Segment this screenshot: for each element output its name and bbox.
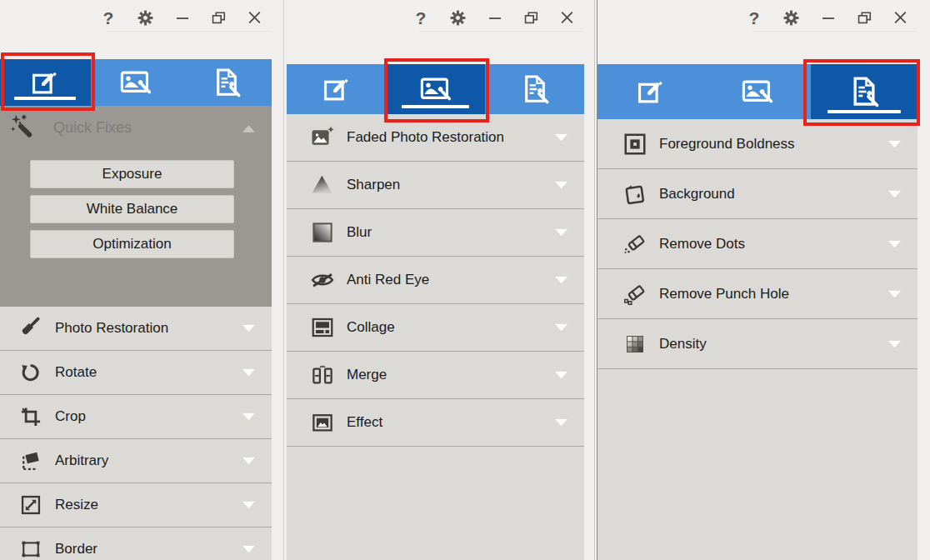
quick-fixes-header[interactable]: Quick Fixes [0,106,272,149]
help-icon: ? [416,9,427,27]
photo-tools-list: Faded Photo Restoration Sharpen Blur Ant… [287,114,584,560]
item-anti-red-eye[interactable]: Anti Red Eye [287,257,584,304]
tool-tabbar [287,64,584,114]
item-label: Photo Restoration [55,320,168,337]
titlebar-buttons: ? [746,5,908,30]
photo-restoration-wand-icon [118,67,154,98]
tab-document-restoration[interactable] [181,59,272,106]
tab-edit[interactable] [0,59,91,106]
chevron-down-icon [888,240,901,248]
item-sharpen[interactable]: Sharpen [287,162,584,209]
minimize-button[interactable] [174,6,191,29]
chevron-down-icon [888,290,901,298]
item-crop[interactable]: Crop [0,395,272,439]
chevron-down-icon [242,502,255,509]
tab-photo-restoration[interactable] [91,59,182,106]
blur-square-icon [310,220,335,245]
minimize-button[interactable] [487,6,503,29]
item-rotate[interactable]: Rotate [0,351,272,395]
help-button[interactable]: ? [746,6,762,29]
tool-tabbar [598,64,918,119]
help-button[interactable]: ? [100,6,117,29]
settings-button[interactable] [448,6,468,29]
item-label: Resize [55,497,98,513]
close-button[interactable] [246,6,262,29]
minimize-button[interactable] [820,6,837,29]
edit-tools-list: Quick Fixes Exposure White Balance Optim… [0,106,272,560]
item-label: Remove Dots [659,236,745,252]
item-background[interactable]: Background [598,169,918,219]
chevron-down-icon [242,546,255,553]
edit-pencil-icon [319,73,354,105]
item-label: Remove Punch Hole [659,286,789,302]
item-foreground-boldness[interactable]: Foreground Boldness [598,119,918,169]
restore-button[interactable] [210,6,227,29]
item-label: Background [659,186,735,202]
titlebar: ? [0,0,272,59]
item-arbitrary[interactable]: Arbitrary [0,439,272,483]
item-label: Faded Photo Restoration [347,129,504,146]
item-label: Effect [347,414,382,431]
item-faded-photo-restoration[interactable]: Faded Photo Restoration [287,114,584,162]
chevron-down-icon [242,325,255,332]
settings-button[interactable] [136,6,155,29]
minimize-icon [488,12,502,23]
item-density[interactable]: Density [598,319,918,369]
item-remove-punch-hole[interactable]: Remove Punch Hole [598,269,918,319]
minimize-icon [822,12,835,23]
chevron-down-icon [555,229,568,237]
tab-document-restoration[interactable] [811,64,918,119]
panel-divider [283,0,284,560]
item-label: Collage [347,319,395,336]
minimize-icon [176,12,189,23]
help-icon: ? [103,9,114,27]
tool-tabbar [0,59,272,106]
tab-edit[interactable] [287,64,386,114]
chevron-down-icon [888,340,901,348]
optimization-button[interactable]: Optimization [30,230,234,258]
chevron-down-icon [242,369,255,377]
foreground-boldness-icon [622,132,648,157]
help-icon: ? [749,9,760,27]
item-label: Crop [55,408,86,425]
close-button[interactable] [558,6,575,29]
density-grid-icon [622,332,648,357]
photo-restoration-wand-icon [418,73,454,105]
restore-icon [524,12,538,24]
chevron-down-icon [555,324,568,332]
restore-button[interactable] [856,6,872,29]
close-button[interactable] [892,6,908,29]
exposure-button[interactable]: Exposure [30,160,234,188]
item-collage[interactable]: Collage [287,304,584,352]
settings-button[interactable] [782,6,801,29]
document-restoration-wand-icon [517,73,553,105]
tab-document-restoration[interactable] [485,64,584,114]
photo-restoration-panel: ? Faded Photo Re [287,0,584,560]
titlebar: ? [598,0,918,64]
chevron-down-icon [242,458,255,465]
edit-pencil-icon [28,67,62,98]
quick-fixes-label: Quick Fixes [53,119,132,137]
item-resize[interactable]: Resize [0,483,272,528]
collage-icon [310,315,335,340]
remove-dots-eraser-icon [622,232,648,257]
help-button[interactable]: ? [412,6,429,29]
anti-red-eye-icon [310,268,335,292]
item-remove-dots[interactable]: Remove Dots [598,219,918,269]
document-restoration-wand-icon [208,67,245,98]
settings-gear-icon [136,8,155,28]
tab-edit[interactable] [598,64,704,119]
restore-button[interactable] [522,6,539,29]
item-blur[interactable]: Blur [287,209,584,257]
rotate-arrow-icon [19,361,42,384]
chevron-down-icon [555,182,568,189]
item-effect[interactable]: Effect [287,399,584,447]
item-label: Arbitrary [55,452,108,469]
item-photo-restoration[interactable]: Photo Restoration [0,307,272,351]
white-balance-button[interactable]: White Balance [30,195,234,223]
tab-photo-restoration[interactable] [704,64,811,119]
tab-photo-restoration[interactable] [386,64,485,114]
item-border[interactable]: Border [0,528,272,560]
sharpen-triangle-icon [310,172,335,198]
item-merge[interactable]: Merge [287,352,584,399]
